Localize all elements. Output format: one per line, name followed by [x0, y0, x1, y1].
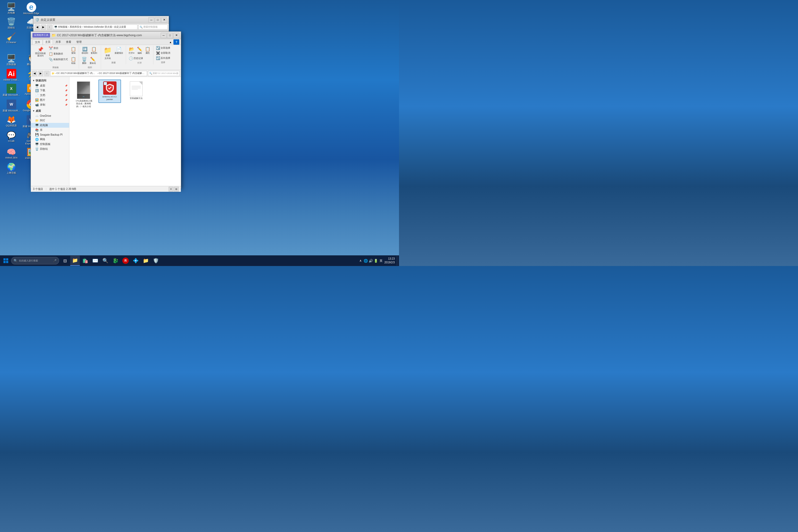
ribbon-select-all-btn[interactable]: ☑️ 全部选择: [155, 46, 171, 50]
ribbon-props-btn[interactable]: 📋 属性: [144, 46, 151, 55]
taskbar-store[interactable]: 🛍️: [80, 255, 90, 266]
sidebar-item-seagate[interactable]: 💾 Seagate Backup Pl: [31, 132, 69, 137]
edit-icon: ✏️: [137, 46, 142, 52]
file-item-exe[interactable]: ✓ amtemu.v0.9.2-painter: [98, 79, 121, 103]
file-item-thumb[interactable]: 📹 《PS高级教程之视觉合成（案例精讲）》相关介绍: [72, 79, 95, 110]
desktop-icon-word[interactable]: W 新建 Microsoft...: [1, 98, 21, 114]
ribbon-collapse[interactable]: ▲: [168, 39, 173, 45]
desktop-icon-edge[interactable]: e Microsoft Edge: [21, 1, 41, 16]
sidebar-item-library[interactable]: 📚 库: [31, 128, 69, 132]
desktop-icon-computer[interactable]: 🖥️ 此电脑: [1, 1, 21, 16]
sidebar-item-pictures[interactable]: 🖼️ 图片 📌: [31, 98, 69, 102]
ribbon-copy-to-btn[interactable]: 📋 复制到: [90, 46, 98, 55]
taskbar-app5[interactable]: 🔍: [100, 255, 110, 266]
doc-icon: [130, 81, 142, 96]
ribbon-open-btn[interactable]: 📂 打开 ▾: [128, 46, 135, 55]
ribbon-copy-btn[interactable]: 📋 复制: [70, 46, 77, 55]
ribbon-move-btn[interactable]: ➡️ 移动到: [81, 46, 89, 55]
tray-volume-icon[interactable]: 🔊: [369, 259, 373, 263]
main-window-maximize[interactable]: □: [167, 33, 173, 38]
sidebar-item-recordings[interactable]: 📹 录制 📌: [31, 102, 69, 107]
desktop-icon-ccalk[interactable]: 💬 CCalk: [1, 130, 21, 146]
main-search-placeholder: 搜索"CC 2017+2018 Win版破...": [153, 72, 178, 75]
desktop-icon-xmind[interactable]: 🧠 XMind ZEN: [1, 147, 21, 161]
tray-icons-area: 🌐 🔊 🔋 英: [364, 259, 383, 263]
desktop-icon-adobe[interactable]: Ai Adobe Creati...: [1, 68, 21, 82]
sidebar-item-desktop[interactable]: 🖥️ 桌面 📌: [31, 83, 69, 88]
sidebar-item-documents[interactable]: 📄 文档 📌: [31, 93, 69, 98]
taskbar-app8[interactable]: 💠: [131, 255, 140, 266]
file-item-doc[interactable]: 安装破解方法: [125, 79, 147, 101]
back-nav-back[interactable]: ◀: [35, 24, 40, 30]
sidebar-item-network[interactable]: 🌐 网络: [31, 137, 69, 142]
ribbon-help[interactable]: ?: [173, 39, 179, 45]
back-window-maximize[interactable]: □: [155, 17, 161, 23]
back-window-close[interactable]: ✕: [161, 17, 167, 23]
sidebar-quickaccess-header[interactable]: ▼ 快速访问: [31, 78, 69, 83]
sidebar-item-download[interactable]: ⬇️ 下载 📌: [31, 88, 69, 93]
sidebar-desktop-header[interactable]: ▼ 桌面: [31, 108, 69, 114]
desktop-icon-ccleaner[interactable]: 🧹 CCleaner: [1, 31, 21, 52]
tray-network-icon[interactable]: 🌐: [364, 259, 368, 263]
main-search-icon: 🔍: [149, 72, 152, 75]
tray-clock[interactable]: 13:23 2019/2/3: [384, 257, 395, 264]
ribbon-delete-btn[interactable]: 🗑️ 删除: [81, 56, 88, 65]
desktop-icon-internet[interactable]: 🌍 上网导航: [1, 162, 21, 176]
ribbon-tab-file[interactable]: 文件: [33, 40, 42, 45]
start-button[interactable]: [1, 255, 11, 266]
ribbon-edit-btn[interactable]: ✏️ 编辑: [136, 46, 144, 55]
desktop-icon-control[interactable]: 🖥️ 控制面板: [1, 53, 21, 67]
ribbon-paste-shortcut-btn[interactable]: 📎 粘贴快捷方式: [48, 57, 69, 62]
main-window-minimize[interactable]: ─: [161, 33, 167, 38]
ribbon-pin-btn[interactable]: 📌 固定到快速速访问: [34, 46, 47, 58]
ribbon-rename-btn[interactable]: ✏️ 重命名: [89, 56, 97, 65]
tray-lang-indicator[interactable]: 英: [379, 259, 383, 263]
show-desktop-btn[interactable]: [397, 255, 398, 266]
main-nav-forward[interactable]: ▶: [38, 71, 43, 76]
new-folder-icon: 📁: [104, 46, 112, 54]
view-list-btn[interactable]: ≡: [169, 187, 173, 191]
ribbon-cut-btn[interactable]: ✂️ 剪切: [48, 46, 69, 51]
sidebar-item-thispc[interactable]: 🖥️ 此电脑: [31, 123, 69, 128]
ribbon-copy-path-btn[interactable]: 📋 复制路径: [48, 51, 69, 56]
taskbar-search[interactable]: 🔍 在此键入进行搜索 🎤: [11, 257, 59, 264]
ribbon-group-select: ☑️ 全部选择 ✖️ 全部取消 ↩️ 反向选择 选择: [153, 46, 173, 64]
back-nav-forward[interactable]: ▶: [41, 24, 46, 30]
ribbon-deselect-btn[interactable]: ✖️ 全部取消: [155, 51, 171, 55]
taskbar-app7[interactable]: R: [121, 255, 130, 266]
taskbar-fileexplorer[interactable]: 📁: [70, 255, 80, 266]
taskbar-app9[interactable]: 📁: [141, 255, 151, 266]
taskbar-security[interactable]: 🛡️: [151, 255, 161, 266]
main-window-close[interactable]: ✕: [173, 33, 179, 38]
app-tools-badge: 应用程序工具: [33, 33, 50, 38]
main-search-box[interactable]: 🔍 搜索"CC 2017+2018 Win版破...": [148, 71, 180, 76]
back-window-minimize[interactable]: ─: [148, 17, 154, 23]
sidebar-item-onedrive[interactable]: ☁️ OneDrive: [31, 114, 69, 118]
sidebar-item-recyclein[interactable]: 🗑️ 回收站: [31, 147, 69, 151]
taskbar-app6[interactable]: 🐉: [111, 255, 120, 266]
back-nav-up[interactable]: ↑: [47, 24, 52, 30]
main-nav-back[interactable]: ◀: [32, 71, 37, 76]
ribbon-tab-view[interactable]: 查看: [63, 39, 74, 45]
app7-red-icon: R: [122, 258, 129, 264]
ribbon-history-btn[interactable]: 🕒 历史记录: [128, 56, 144, 61]
back-search-box[interactable]: 🔍 搜索控制面板: [138, 24, 168, 30]
tray-overflow[interactable]: ∧: [359, 259, 363, 263]
taskbar-taskview[interactable]: ⊟: [60, 255, 70, 266]
ribbon-tab-manage[interactable]: 管理: [74, 39, 84, 45]
ribbon-new-item-btn[interactable]: 📄 新建项目: [114, 46, 124, 55]
ribbon-tab-share[interactable]: 共享: [53, 39, 63, 45]
ribbon-tab-home[interactable]: 主页: [43, 39, 53, 45]
view-grid-btn[interactable]: ⊞: [174, 187, 179, 191]
desktop-icon-recycle[interactable]: 🗑️ 回收站: [1, 16, 21, 31]
svg-rect-2: [3, 261, 5, 263]
taskbar-mail[interactable]: ✉️: [91, 255, 100, 266]
desktop-icon-qqbrowser[interactable]: 🦊 QQ浏览器: [1, 114, 21, 129]
ribbon-new-folder-btn[interactable]: 📁 新建文件夹: [103, 46, 113, 61]
ribbon-paste-btn[interactable]: 📋 粘贴: [70, 56, 77, 65]
sidebar-item-ading[interactable]: 📁 阿叮: [31, 118, 69, 123]
ribbon-invert-btn[interactable]: ↩️ 反向选择: [155, 56, 171, 60]
sidebar-item-controlpanel[interactable]: 🖥️ 控制面板: [31, 142, 69, 147]
main-nav-up[interactable]: ↑: [44, 71, 50, 76]
desktop-icon-excel[interactable]: X 新建 Microsoft...: [1, 83, 21, 98]
